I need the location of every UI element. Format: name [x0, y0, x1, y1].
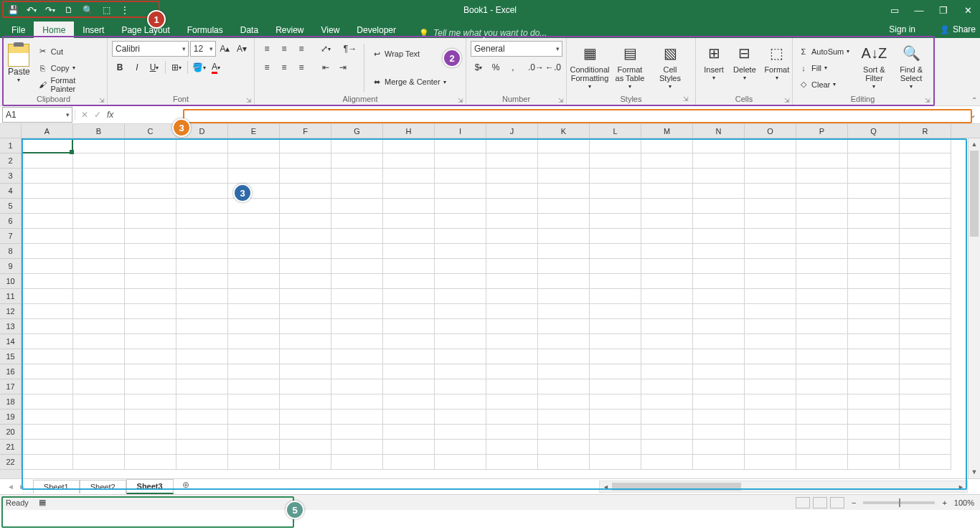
cell[interactable]: [486, 425, 538, 440]
cell[interactable]: [228, 394, 280, 410]
cell[interactable]: [538, 184, 590, 199]
cell[interactable]: [796, 440, 848, 455]
cell[interactable]: [693, 229, 745, 244]
cell[interactable]: [383, 259, 435, 274]
cell[interactable]: [383, 289, 435, 304]
scroll-down-icon[interactable]: ▼: [969, 466, 980, 478]
cell[interactable]: [590, 274, 641, 289]
cell[interactable]: [745, 334, 796, 349]
col-header[interactable]: H: [383, 124, 435, 138]
cell[interactable]: [538, 229, 590, 244]
cell[interactable]: [331, 153, 383, 169]
cell[interactable]: [280, 214, 331, 229]
cell[interactable]: [848, 319, 900, 334]
cancel-formula-icon[interactable]: ✕: [81, 110, 88, 120]
cell[interactable]: [590, 199, 641, 214]
formula-input[interactable]: [119, 107, 966, 123]
autosum-button[interactable]: ΣAutoSum: [797, 44, 854, 59]
align-top-icon[interactable]: ≡: [259, 41, 275, 57]
cell[interactable]: [228, 244, 280, 259]
cell[interactable]: [383, 410, 435, 425]
cell[interactable]: [745, 259, 796, 274]
col-header[interactable]: K: [538, 124, 590, 138]
macro-record-icon[interactable]: ▦: [39, 498, 46, 507]
cell[interactable]: [693, 244, 745, 259]
cell[interactable]: [125, 379, 176, 394]
row-header[interactable]: 8: [0, 244, 22, 259]
cell[interactable]: [228, 319, 280, 334]
cell[interactable]: [848, 410, 900, 425]
zoom-level[interactable]: 100%: [954, 498, 974, 507]
row-header[interactable]: 3: [0, 169, 22, 184]
col-header[interactable]: M: [641, 124, 693, 138]
cell[interactable]: [73, 153, 125, 169]
cell[interactable]: [693, 304, 745, 319]
row-header[interactable]: 10: [0, 274, 22, 289]
cell[interactable]: [22, 455, 73, 470]
cell[interactable]: [486, 214, 538, 229]
cell[interactable]: [331, 394, 383, 410]
col-header[interactable]: A: [22, 124, 73, 138]
cell[interactable]: [641, 334, 693, 349]
row-header[interactable]: 9: [0, 259, 22, 274]
cell[interactable]: [73, 274, 125, 289]
cell[interactable]: [590, 410, 641, 425]
cell[interactable]: [176, 379, 228, 394]
cell[interactable]: [486, 169, 538, 184]
cell[interactable]: [73, 364, 125, 379]
col-header[interactable]: J: [486, 124, 538, 138]
tell-me-search[interactable]: Tell me what you want to do...: [413, 28, 552, 38]
cell[interactable]: [125, 244, 176, 259]
cell[interactable]: [435, 349, 486, 364]
worksheet-grid[interactable]: 12345678910111213141516171819202122 ▲ ▼: [0, 138, 980, 478]
cell[interactable]: [538, 244, 590, 259]
cell[interactable]: [796, 244, 848, 259]
cell[interactable]: [900, 349, 951, 364]
cell[interactable]: [590, 169, 641, 184]
cell[interactable]: [486, 319, 538, 334]
cell[interactable]: [73, 334, 125, 349]
cell[interactable]: [125, 214, 176, 229]
cell[interactable]: [383, 394, 435, 410]
sheet-tab[interactable]: Sheet2: [80, 480, 126, 493]
cell[interactable]: [435, 153, 486, 169]
cell[interactable]: [693, 153, 745, 169]
cell[interactable]: [280, 259, 331, 274]
cell[interactable]: [125, 153, 176, 169]
tab-formulas[interactable]: Formulas: [179, 22, 232, 38]
cell[interactable]: [641, 349, 693, 364]
row-header[interactable]: 22: [0, 455, 22, 470]
cell[interactable]: [538, 410, 590, 425]
cell[interactable]: [848, 153, 900, 169]
cell[interactable]: [538, 169, 590, 184]
cell[interactable]: [435, 184, 486, 199]
cell[interactable]: [796, 334, 848, 349]
align-bottom-icon[interactable]: ≡: [293, 41, 309, 57]
cell[interactable]: [22, 199, 73, 214]
col-header[interactable]: F: [280, 124, 331, 138]
cell[interactable]: [331, 274, 383, 289]
cell[interactable]: [538, 364, 590, 379]
orientation-icon[interactable]: ⤢: [318, 41, 334, 57]
cell[interactable]: [693, 364, 745, 379]
cell[interactable]: [331, 244, 383, 259]
cell[interactable]: [486, 184, 538, 199]
increase-font-icon[interactable]: A▴: [217, 41, 233, 57]
row-header[interactable]: 13: [0, 319, 22, 334]
cell[interactable]: [590, 138, 641, 153]
zoom-out-icon[interactable]: −: [852, 498, 856, 507]
cell[interactable]: [900, 229, 951, 244]
cell[interactable]: [590, 229, 641, 244]
new-file-icon[interactable]: 🗋: [62, 3, 76, 17]
cell[interactable]: [383, 184, 435, 199]
merge-center-button[interactable]: ⬌Merge & Center: [370, 75, 448, 89]
cell[interactable]: [745, 304, 796, 319]
cell[interactable]: [900, 184, 951, 199]
horizontal-scrollbar[interactable]: ◄ ►: [599, 481, 968, 493]
cell[interactable]: [900, 455, 951, 470]
sheet-tab[interactable]: Sheet1: [33, 480, 80, 493]
cell[interactable]: [383, 319, 435, 334]
touch-mode-icon[interactable]: ⬚: [99, 3, 113, 17]
cell[interactable]: [331, 334, 383, 349]
cell[interactable]: [848, 455, 900, 470]
